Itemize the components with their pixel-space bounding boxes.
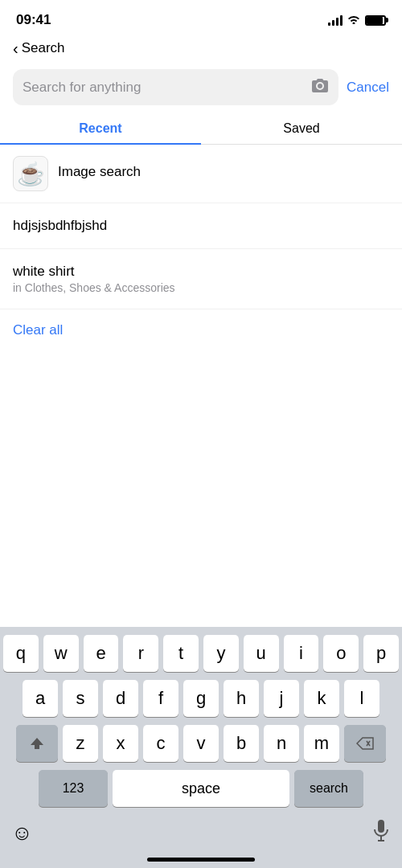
recent-list: ☕ Image search hdjsjsbdhfbjshd white shi… xyxy=(0,145,402,309)
search-placeholder: Search for anything xyxy=(23,80,303,96)
signal-icon xyxy=(328,14,343,26)
svg-rect-0 xyxy=(378,820,384,833)
keyboard-row-1: q w e r t y u i o p xyxy=(3,635,399,672)
key-g[interactable]: g xyxy=(183,680,219,717)
status-time: 09:41 xyxy=(16,12,51,28)
item-image-icon: ☕ xyxy=(13,156,48,191)
back-button[interactable]: ‹ Search xyxy=(13,39,65,58)
key-c[interactable]: c xyxy=(143,725,178,762)
search-bar[interactable]: Search for anything xyxy=(13,69,338,105)
key-x[interactable]: x xyxy=(103,725,138,762)
item-title: white shirt xyxy=(13,264,389,280)
key-l[interactable]: l xyxy=(344,680,379,717)
back-label: Search xyxy=(22,40,65,56)
space-key[interactable]: space xyxy=(113,770,289,807)
shift-key[interactable] xyxy=(16,725,58,762)
keyboard-row-4: 123 space search xyxy=(3,770,399,807)
key-u[interactable]: u xyxy=(244,635,279,672)
delete-key[interactable] xyxy=(344,725,386,762)
key-d[interactable]: d xyxy=(103,680,138,717)
key-w[interactable]: w xyxy=(43,635,79,672)
key-f[interactable]: f xyxy=(143,680,178,717)
numbers-key[interactable]: 123 xyxy=(39,770,108,807)
key-i[interactable]: i xyxy=(284,635,319,672)
emoji-key[interactable]: ☺ xyxy=(11,821,33,845)
item-title: hdjsjsbdhfbjshd xyxy=(13,218,107,233)
keyboard-row-2: a s d f g h j k l xyxy=(3,680,399,717)
key-v[interactable]: v xyxy=(183,725,219,762)
key-p[interactable]: p xyxy=(363,635,399,672)
back-chevron-icon: ‹ xyxy=(13,39,18,58)
key-b[interactable]: b xyxy=(224,725,259,762)
spacer xyxy=(0,351,402,624)
cancel-button[interactable]: Cancel xyxy=(347,80,389,96)
key-h[interactable]: h xyxy=(224,680,259,717)
key-a[interactable]: a xyxy=(23,680,58,717)
list-item[interactable]: hdjsjsbdhfbjshd xyxy=(0,203,402,249)
clear-all-label: Clear all xyxy=(13,322,63,338)
keyboard-bottom-row: ☺ xyxy=(3,815,399,853)
key-o[interactable]: o xyxy=(323,635,359,672)
search-key[interactable]: search xyxy=(294,770,363,807)
status-bar: 09:41 xyxy=(0,0,402,35)
item-title: Image search xyxy=(58,164,141,180)
key-j[interactable]: j xyxy=(264,680,299,717)
key-z[interactable]: z xyxy=(63,725,98,762)
battery-icon xyxy=(365,15,386,26)
tabs: Recent Saved xyxy=(0,113,402,145)
dictate-key[interactable] xyxy=(371,818,391,848)
key-n[interactable]: n xyxy=(264,725,299,762)
tab-saved[interactable]: Saved xyxy=(201,113,402,144)
list-item[interactable]: ☕ Image search xyxy=(0,145,402,203)
key-m[interactable]: m xyxy=(304,725,339,762)
key-y[interactable]: y xyxy=(203,635,239,672)
nav-bar: ‹ Search xyxy=(0,35,402,64)
camera-icon[interactable] xyxy=(311,77,329,97)
key-k[interactable]: k xyxy=(304,680,339,717)
wifi-icon xyxy=(347,14,360,27)
key-e[interactable]: e xyxy=(84,635,119,672)
item-subtitle: in Clothes, Shoes & Accessories xyxy=(13,281,389,294)
keyboard: q w e r t y u i o p a s d f g h j k l z … xyxy=(0,627,402,868)
home-indicator xyxy=(147,858,255,862)
key-s[interactable]: s xyxy=(63,680,98,717)
key-q[interactable]: q xyxy=(3,635,39,672)
list-item[interactable]: white shirt in Clothes, Shoes & Accessor… xyxy=(0,249,402,309)
status-icons xyxy=(328,14,386,27)
key-t[interactable]: t xyxy=(163,635,199,672)
keyboard-row-3: z x c v b n m xyxy=(3,725,399,762)
search-bar-container: Search for anything Cancel xyxy=(0,64,402,110)
tab-recent[interactable]: Recent xyxy=(0,113,201,144)
key-r[interactable]: r xyxy=(123,635,158,672)
clear-all-button[interactable]: Clear all xyxy=(0,309,402,351)
